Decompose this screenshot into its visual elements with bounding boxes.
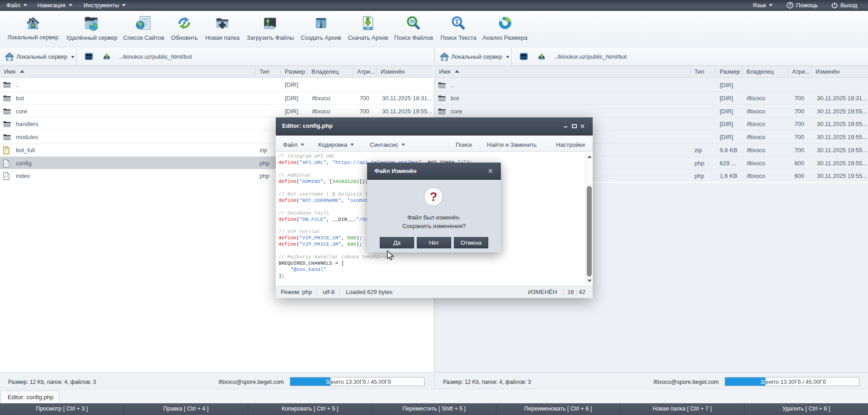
svg-text:?: ? bbox=[788, 3, 791, 8]
svg-text:T: T bbox=[455, 19, 459, 25]
svg-text:ZIP: ZIP bbox=[366, 27, 370, 29]
